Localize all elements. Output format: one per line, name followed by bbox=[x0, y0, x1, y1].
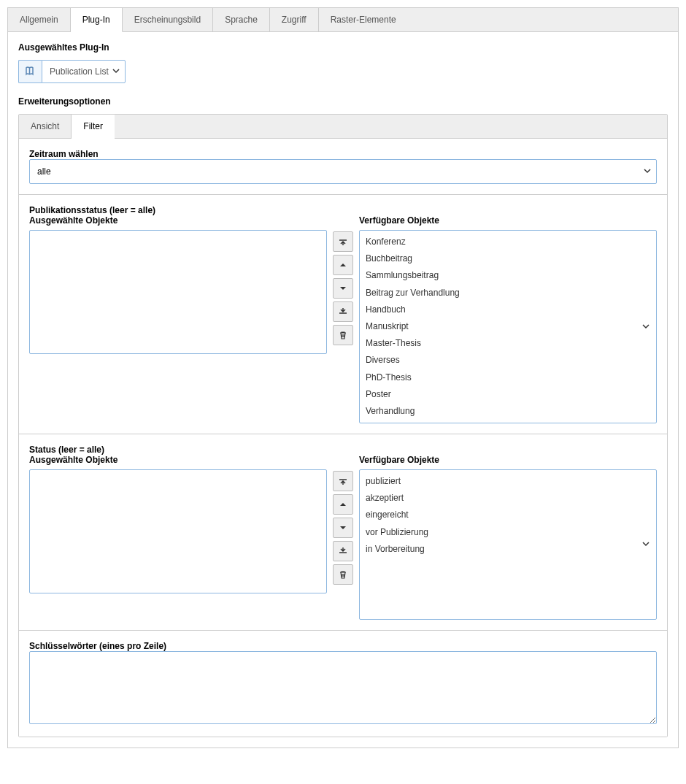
main-tab-bar: Allgemein Plug-In Erscheinungsbild Sprac… bbox=[8, 8, 678, 32]
list-item[interactable]: vor Publizierung bbox=[364, 524, 652, 541]
plugin-row: Publication List bbox=[18, 60, 668, 83]
status-buttons bbox=[333, 471, 353, 620]
move-up-button[interactable] bbox=[333, 255, 353, 275]
tab-label: Filter bbox=[83, 121, 103, 131]
pubstatus-available-wrap: Konferenz Buchbeitrag Sammlungsbeitrag B… bbox=[359, 230, 657, 423]
book-icon bbox=[18, 60, 42, 83]
tab-label: Allgemein bbox=[20, 15, 58, 25]
zeitraum-value: alle bbox=[37, 166, 51, 177]
tab-raster-elemente[interactable]: Raster-Elemente bbox=[319, 8, 408, 31]
list-item[interactable]: eingereicht bbox=[364, 507, 652, 523]
inner-content: Zeitraum wählen alle Publikationsstatus … bbox=[19, 138, 667, 737]
delete-button[interactable] bbox=[333, 325, 353, 345]
pubstatus-available-list[interactable]: Konferenz Buchbeitrag Sammlungsbeitrag B… bbox=[359, 230, 657, 423]
pubstatus-buttons bbox=[333, 231, 353, 423]
list-item[interactable]: publiziert bbox=[364, 473, 652, 490]
move-top-button[interactable] bbox=[333, 231, 353, 252]
group-zeitraum: Zeitraum wählen alle bbox=[19, 139, 667, 195]
zeitraum-label: Zeitraum wählen bbox=[29, 149, 99, 159]
tab-zugriff[interactable]: Zugriff bbox=[270, 8, 319, 31]
status-available-label: Verfügbare Objekte bbox=[359, 455, 657, 465]
pubstatus-selected-label: Ausgewählte Objekte bbox=[29, 215, 327, 226]
pubstatus-available-label: Verfügbare Objekte bbox=[359, 215, 657, 226]
tab-label: Raster-Elemente bbox=[331, 15, 396, 25]
status-selected-col: Ausgewählte Objekte bbox=[29, 455, 327, 620]
pubstatus-dual-list: Ausgewählte Objekte bbox=[29, 215, 657, 423]
status-available-list[interactable]: publiziert akzeptiert eingereicht vor Pu… bbox=[359, 469, 657, 620]
list-item[interactable]: in Vorbereitung bbox=[364, 541, 652, 558]
tab-label: Sprache bbox=[225, 15, 258, 25]
list-item[interactable]: Verhandlung bbox=[364, 403, 652, 420]
delete-button[interactable] bbox=[333, 564, 353, 585]
move-top-button[interactable] bbox=[333, 471, 353, 491]
list-item[interactable]: PhD-Thesis bbox=[364, 369, 652, 386]
list-item[interactable]: Konferenz bbox=[364, 234, 652, 250]
tab-label: Zugriff bbox=[282, 15, 307, 25]
group-status: Status (leer = alle) Ausgewählte Objekte bbox=[19, 434, 667, 631]
plugin-select-value: Publication List bbox=[50, 66, 109, 77]
plugin-select-wrap: Publication List bbox=[42, 60, 126, 83]
list-item[interactable]: Beitrag zur Verhandlung bbox=[364, 285, 652, 301]
move-down-button[interactable] bbox=[333, 278, 353, 299]
pubstatus-selected-col: Ausgewählte Objekte bbox=[29, 215, 327, 423]
list-item[interactable]: Buchbeitrag bbox=[364, 250, 652, 267]
zeitraum-select[interactable]: alle bbox=[29, 159, 657, 184]
zeitraum-select-wrap: alle bbox=[29, 159, 657, 184]
list-item[interactable]: Manuskript bbox=[364, 318, 652, 335]
tab-allgemein[interactable]: Allgemein bbox=[8, 8, 71, 31]
list-item[interactable]: akzeptiert bbox=[364, 490, 652, 507]
list-item[interactable]: Master-Thesis bbox=[364, 335, 652, 352]
tab-label: Erscheinungsbild bbox=[134, 15, 201, 25]
group-pubstatus: Publikationsstatus (leer = alle) Ausgewä… bbox=[19, 195, 667, 434]
status-selected-list[interactable] bbox=[29, 469, 327, 593]
keywords-textarea[interactable] bbox=[29, 651, 657, 724]
inner-tab-bar: Ansicht Filter bbox=[19, 115, 667, 138]
move-bottom-button[interactable] bbox=[333, 541, 353, 561]
status-available-col: Verfügbare Objekte publiziert akzeptiert… bbox=[359, 455, 657, 620]
extension-panel: Ansicht Filter Zeitraum wählen alle bbox=[18, 114, 668, 737]
status-dual-list: Ausgewählte Objekte bbox=[29, 455, 657, 620]
main-content: Ausgewähltes Plug-In Publication List Er… bbox=[8, 32, 678, 748]
list-item[interactable]: Handbuch bbox=[364, 301, 652, 318]
plugin-select[interactable]: Publication List bbox=[42, 60, 126, 83]
list-item[interactable]: Diverses bbox=[364, 352, 652, 369]
group-keywords: Schlüsselwörter (eines pro Zeile) bbox=[19, 631, 667, 737]
move-up-button[interactable] bbox=[333, 494, 353, 515]
tab-ansicht[interactable]: Ansicht bbox=[19, 115, 72, 138]
tab-sprache[interactable]: Sprache bbox=[213, 8, 270, 31]
plugin-title: Ausgewähltes Plug-In bbox=[18, 42, 668, 53]
pubstatus-title: Publikationsstatus (leer = alle) bbox=[29, 205, 155, 215]
status-available-wrap: publiziert akzeptiert eingereicht vor Pu… bbox=[359, 469, 657, 620]
move-bottom-button[interactable] bbox=[333, 301, 353, 322]
tab-label: Ansicht bbox=[31, 121, 59, 131]
ext-title: Erweiterungsoptionen bbox=[18, 96, 668, 107]
outer-panel: Allgemein Plug-In Erscheinungsbild Sprac… bbox=[7, 7, 679, 748]
pubstatus-available-col: Verfügbare Objekte Konferenz Buchbeitrag… bbox=[359, 215, 657, 423]
list-item[interactable]: Sammlungsbeitrag bbox=[364, 267, 652, 284]
status-title: Status (leer = alle) bbox=[29, 445, 104, 455]
move-down-button[interactable] bbox=[333, 518, 353, 538]
status-selected-label: Ausgewählte Objekte bbox=[29, 455, 327, 465]
tab-erscheinungsbild[interactable]: Erscheinungsbild bbox=[123, 8, 213, 31]
tab-label: Plug-In bbox=[82, 15, 110, 25]
tab-plugin[interactable]: Plug-In bbox=[71, 8, 123, 32]
keywords-title: Schlüsselwörter (eines pro Zeile) bbox=[29, 641, 166, 651]
tab-filter[interactable]: Filter bbox=[72, 115, 115, 139]
list-item[interactable]: Poster bbox=[364, 386, 652, 403]
pubstatus-selected-list[interactable] bbox=[29, 230, 327, 354]
